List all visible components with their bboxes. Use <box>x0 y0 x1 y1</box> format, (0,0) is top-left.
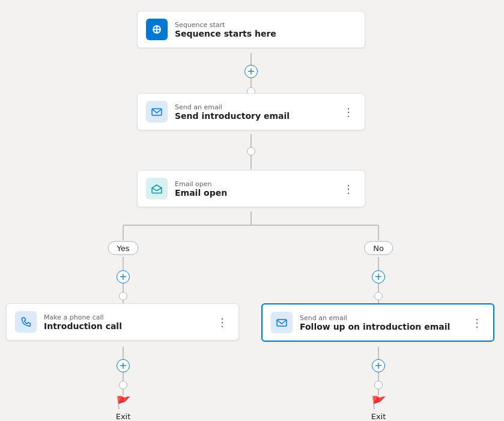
email-open-menu[interactable]: ⋮ <box>341 181 356 196</box>
connector-circle-left <box>119 292 127 300</box>
phone-call-title: Introduction call <box>44 321 207 331</box>
add-button-right-bottom[interactable] <box>372 359 385 372</box>
send-email-1-card: Send an email Send introductory email ⋮ <box>137 93 365 130</box>
email-icon-1 <box>151 106 163 118</box>
svg-point-23 <box>154 29 156 31</box>
sequence-start-text: Sequence start Sequence starts here <box>175 21 356 38</box>
sequence-start-title: Sequence starts here <box>175 29 356 38</box>
send-email-2-text: Send an email Follow up on introduction … <box>300 314 462 332</box>
connector-circle-right-bottom <box>374 381 383 389</box>
exit-left-label: Exit <box>116 412 131 421</box>
phone-call-card: Make a phone call Introduction call ⋮ <box>6 303 239 341</box>
svg-point-25 <box>156 26 158 28</box>
connector-circle-2 <box>247 147 255 156</box>
send-email-2-menu[interactable]: ⋮ <box>469 315 485 330</box>
phone-call-label: Make a phone call <box>44 313 207 321</box>
send-email-1-icon-box <box>146 101 168 123</box>
phone-call-text: Make a phone call Introduction call <box>44 313 207 331</box>
sequence-start-card: Sequence start Sequence starts here <box>137 11 365 48</box>
email-open-label: Email open <box>175 180 333 188</box>
send-email-1-text: Send an email Send introductory email <box>175 103 333 121</box>
svg-point-24 <box>159 29 160 31</box>
email-icon-2 <box>276 317 288 329</box>
exit-right: 🚩 Exit <box>371 395 386 421</box>
email-open-icon-box <box>146 178 168 199</box>
sequence-start-icon-box <box>146 19 168 40</box>
send-email-2-title: Follow up on introduction email <box>300 322 462 332</box>
send-email-1-menu[interactable]: ⋮ <box>341 104 356 120</box>
email-open-text: Email open Email open <box>175 180 333 198</box>
phone-call-menu[interactable]: ⋮ <box>214 315 230 330</box>
sequence-icon <box>151 23 163 35</box>
sequence-start-label: Sequence start <box>175 21 356 29</box>
add-button-left-bottom[interactable] <box>117 359 130 372</box>
svg-point-26 <box>156 31 158 33</box>
email-open-icon <box>151 183 163 195</box>
branch-yes-label: Yes <box>108 241 139 255</box>
phone-icon <box>20 316 32 328</box>
branch-no-label: No <box>364 241 393 255</box>
exit-right-label: Exit <box>371 412 386 421</box>
send-email-1-label: Send an email <box>175 103 333 111</box>
email-open-title: Email open <box>175 188 333 198</box>
add-button-no[interactable] <box>372 270 385 283</box>
email-open-card: Email open Email open ⋮ <box>137 170 365 207</box>
exit-left: 🚩 Exit <box>116 395 131 421</box>
send-email-2-card: Send an email Follow up on introduction … <box>261 303 494 342</box>
send-email-2-label: Send an email <box>300 314 462 322</box>
connector-circle-left-bottom <box>119 381 127 389</box>
add-button-1[interactable] <box>244 65 258 78</box>
phone-call-icon-box <box>15 311 37 333</box>
add-button-yes[interactable] <box>117 270 130 283</box>
send-email-1-title: Send introductory email <box>175 111 333 121</box>
exit-left-flag: 🚩 <box>116 395 131 410</box>
send-email-2-icon-box <box>271 312 293 333</box>
exit-right-flag: 🚩 <box>371 395 386 410</box>
connector-circle-right <box>374 292 383 300</box>
